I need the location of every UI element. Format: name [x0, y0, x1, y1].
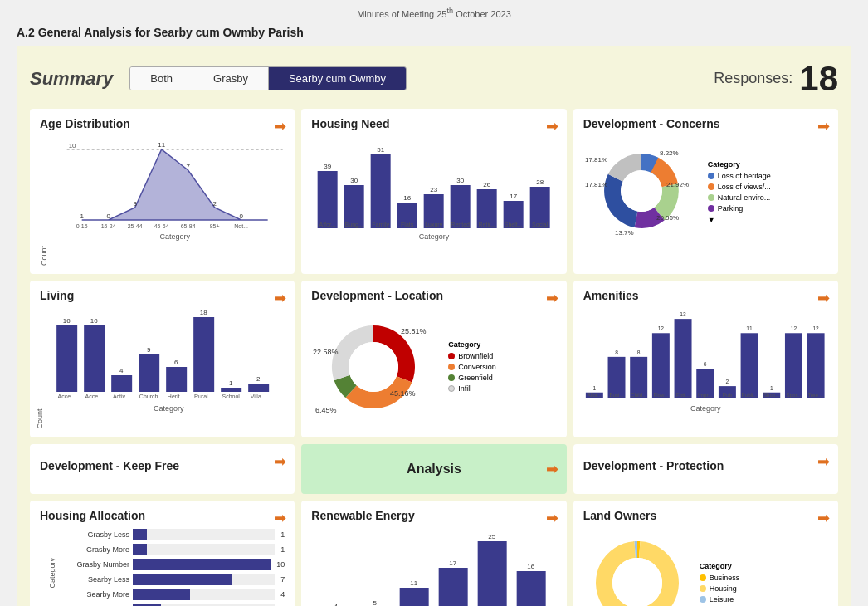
living-x-axis: Category: [52, 404, 285, 413]
svg-text:Herit...: Herit...: [168, 393, 185, 399]
dev-concerns-legend: Category Loss of heritage Loss of views/…: [708, 160, 771, 224]
housing-need-chart: 39 30 51 16 23 30 26 17 28: [311, 137, 556, 257]
svg-text:17: 17: [450, 560, 457, 567]
protection-arrow[interactable]: ➡: [817, 452, 830, 471]
dev-location-donut: 25.81% 45.16% 6.45% 22.58%: [311, 309, 440, 428]
svg-text:20.55%: 20.55%: [656, 214, 679, 222]
location-legend-label: Category: [448, 340, 496, 349]
analysis-arrow[interactable]: ➡: [546, 460, 558, 478]
ha-label-2: Grasby More: [63, 545, 129, 554]
concerns-dropdown-arrow[interactable]: ▼: [708, 216, 771, 224]
tab-group: Both Grasby Searby cum Owmby: [129, 66, 407, 90]
svg-text:Publi...: Publi...: [741, 392, 757, 398]
svg-text:13.7%: 13.7%: [615, 229, 634, 237]
dev-location-chart: 25.81% 45.16% 6.45% 22.58% Category Brow…: [311, 309, 556, 428]
living-arrow[interactable]: ➡: [274, 289, 286, 307]
svg-text:28: 28: [537, 178, 544, 186]
row-1: Age Distribution ➡ Count 10 1 0 3 11 7 2: [30, 109, 838, 274]
keep-free-arrow[interactable]: ➡: [274, 452, 286, 471]
ha-track-1: [133, 529, 275, 540]
svg-text:6.45%: 6.45%: [315, 406, 337, 414]
svg-text:Rural...: Rural...: [194, 393, 213, 399]
housing-allocation-arrow[interactable]: ➡: [274, 509, 286, 527]
svg-rect-55: [111, 375, 132, 392]
svg-text:Flats: Flats: [401, 222, 414, 227]
age-distribution-arrow[interactable]: ➡: [274, 117, 286, 135]
ha-row-4: Searby Less 7: [63, 574, 285, 585]
housing-allocation-chart: Category Grasby Less 1 Grasby More: [40, 529, 285, 606]
svg-text:16: 16: [63, 317, 71, 325]
svg-text:16-24: 16-24: [101, 223, 116, 228]
age-distribution-card: Age Distribution ➡ Count 10 1 0 3 11 7 2: [30, 109, 295, 274]
svg-text:1: 1: [80, 213, 84, 220]
legend-item-views: Loss of views/...: [708, 183, 771, 191]
land-owners-arrow[interactable]: ➡: [817, 509, 830, 527]
lo-legend-housing: Housing: [700, 584, 740, 593]
svg-text:16: 16: [90, 317, 98, 325]
svg-text:4: 4: [119, 367, 124, 374]
protection-card: Development - Protection ➡: [573, 444, 838, 494]
dot-greenfield: [448, 374, 455, 381]
ha-row-5: Searby More 4: [63, 589, 285, 600]
header-date: October 2023: [453, 9, 511, 19]
svg-text:7: 7: [186, 163, 190, 170]
legend-item-natural: Natural enviro...: [708, 193, 771, 202]
ha-track-2: [133, 544, 275, 555]
ha-fill-4: [133, 574, 232, 585]
svg-text:0: 0: [239, 213, 243, 220]
land-owners-donut: 1: [583, 529, 691, 606]
svg-rect-86: [652, 333, 670, 398]
living-svg: 16 16 4 9 6 18 1 2 Acce...: [52, 309, 285, 400]
svg-text:Busi...: Busi...: [609, 392, 623, 398]
svg-text:Impr...: Impr...: [698, 392, 712, 398]
svg-text:6: 6: [174, 359, 178, 366]
age-x-axis-title: Category: [65, 232, 285, 241]
svg-text:16: 16: [528, 563, 535, 570]
svg-text:10: 10: [69, 142, 76, 149]
svg-text:Shelt...: Shelt...: [505, 222, 523, 227]
svg-text:18: 18: [200, 309, 207, 316]
svg-text:Family: Family: [373, 222, 390, 228]
land-owners-title: Land Owners: [583, 509, 828, 522]
lo-label-leisure: Leisure: [710, 595, 734, 604]
tab-searby[interactable]: Searby cum Owmby: [269, 67, 406, 90]
dot-infill: [448, 385, 455, 392]
svg-text:45.16%: 45.16%: [390, 389, 416, 398]
analysis-title: Analysis: [407, 462, 461, 476]
svg-text:30: 30: [457, 177, 465, 184]
housing-allocation-card: Housing Allocation ➡ Category Grasby Les…: [30, 501, 295, 606]
dev-location-title: Development - Location: [311, 289, 556, 302]
housing-need-card: Housing Need ➡ 39 30 51 16 23: [301, 109, 566, 274]
dev-location-arrow[interactable]: ➡: [546, 289, 558, 307]
legend-label-parking: Parking: [718, 204, 744, 213]
svg-point-75: [349, 342, 398, 392]
tab-both[interactable]: Both: [130, 67, 193, 90]
dev-concerns-arrow[interactable]: ➡: [817, 117, 830, 135]
svg-text:Pub: Pub: [723, 392, 733, 398]
housing-need-arrow[interactable]: ➡: [546, 117, 558, 135]
svg-point-136: [612, 558, 662, 606]
lo-label-business: Business: [710, 574, 740, 582]
ha-track-6: [133, 604, 275, 606]
svg-text:39: 39: [324, 163, 332, 170]
tab-grasby[interactable]: Grasby: [193, 67, 269, 90]
amenities-arrow[interactable]: ➡: [817, 289, 830, 307]
svg-text:School: School: [222, 393, 240, 399]
living-title: Living: [40, 289, 285, 302]
legend-label-natural: Natural enviro...: [718, 193, 771, 202]
amenities-chart: 1 8 8 12 13 6 2 11 1: [583, 309, 828, 429]
svg-text:Retir...: Retir...: [479, 222, 495, 227]
renewable-energy-arrow[interactable]: ➡: [546, 509, 558, 527]
legend-item-heritage: Loss of heritage: [708, 172, 771, 180]
svg-text:Church: Church: [139, 393, 158, 399]
svg-rect-117: [400, 588, 429, 606]
header-minutes-text: Minutes of Meeting 25: [357, 9, 446, 19]
svg-text:8: 8: [636, 349, 640, 355]
svg-text:51: 51: [378, 146, 385, 154]
svg-text:12: 12: [657, 325, 664, 331]
svg-text:25: 25: [489, 533, 496, 540]
legend-infill: Infill: [448, 384, 496, 393]
lo-legend-label: Category: [700, 562, 740, 570]
ha-label-1: Grasby Less: [63, 530, 129, 539]
label-infill: Infill: [458, 384, 471, 393]
